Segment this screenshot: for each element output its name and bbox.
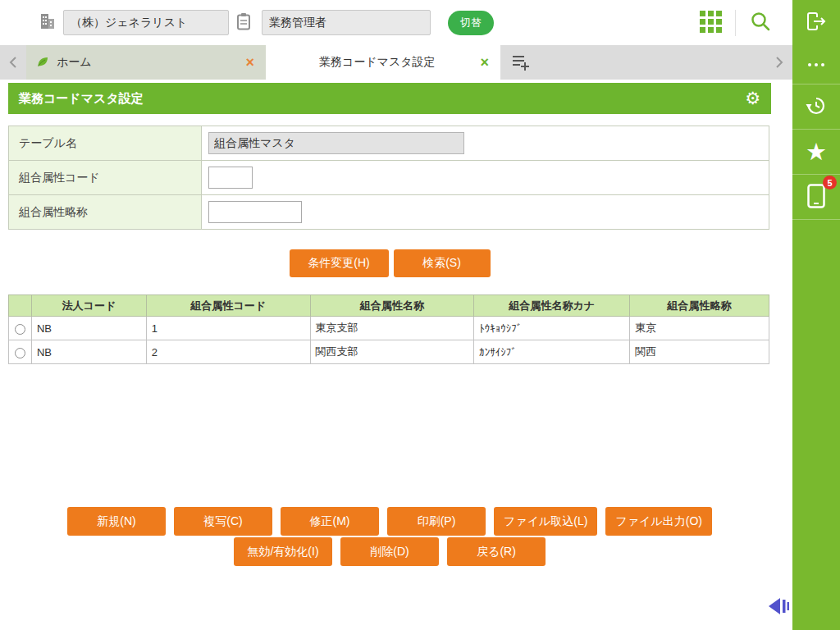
row-select-radio[interactable] [15,348,25,358]
column-header-corp-code: 法人コード [31,295,146,317]
tab-active-close-icon[interactable]: × [478,55,491,70]
logout-button[interactable] [792,0,840,45]
delete-button[interactable]: 削除(D) [340,537,439,566]
notification-badge: 5 [823,176,837,189]
action-row-2: 無効/有効化(I) 削除(D) 戻る(R) [8,537,771,566]
tab-home-close-icon[interactable]: × [244,55,256,70]
header-left-group: 切替 [0,10,688,35]
role-input[interactable] [262,10,431,35]
page-title-bar: 業務コードマスタ設定 ⚙ [8,83,771,114]
cell-corp-code: NB [31,317,146,340]
top-header: 切替 [0,0,840,45]
cell-attr-code: 2 [146,340,310,364]
sidebar-more-button[interactable] [792,45,840,84]
column-header-attr-name: 組合属性名称 [310,295,474,317]
result-header-row: 法人コード 組合属性コード 組合属性名称 組合属性名称カナ 組合属性略称 [9,295,769,317]
tab-bar: ホーム × 業務コードマスタ設定 × [0,45,792,80]
tab-active-label: 業務コードマスタ設定 [276,55,478,70]
table-row: NB 1 東京支部 ﾄｳｷｮｳｼﾌﾞ 東京 [9,317,769,340]
switch-button[interactable]: 切替 [448,11,494,35]
logout-icon [805,11,828,34]
change-condition-button[interactable]: 条件変更(H) [290,249,389,277]
global-search-button[interactable] [738,0,783,45]
tabbar-spacer [541,45,766,80]
cell-attr-code: 1 [146,317,310,340]
column-header-attr-kana: 組合属性名称カナ [474,295,630,317]
toggle-enable-button[interactable]: 無効/有効化(I) [234,537,332,566]
result-table: 法人コード 組合属性コード 組合属性名称 組合属性名称カナ 組合属性略称 NB … [8,294,769,364]
cell-attr-abbr: 関西 [630,340,769,364]
cell-attr-abbr: 東京 [630,317,769,340]
form-row-attribute-abbr: 組合属性略称 [9,195,769,230]
table-name-input[interactable] [208,132,464,154]
grid-icon [700,11,722,35]
sidebar-favorites-button[interactable]: ★ [792,130,840,175]
attribute-abbr-input[interactable] [208,201,302,223]
copy-button[interactable]: 複写(C) [174,507,272,536]
ellipsis-icon [808,63,824,66]
form-row-attribute-code: 組合属性コード [9,161,769,195]
clipboard-icon [236,12,251,33]
file-export-button[interactable]: ファイル出力(O) [605,507,712,536]
action-button-area: 新規(N) 複写(C) 修正(M) 印刷(P) ファイル取込(L) ファイル出力… [8,507,771,566]
cell-attr-kana: ｶﾝｻｲｼﾌﾞ [474,340,630,364]
collapse-left-arrow-icon[interactable] [766,596,791,616]
page-title: 業務コードマスタ設定 [19,91,144,107]
column-header-attr-abbr: 組合属性略称 [630,295,769,317]
print-button[interactable]: 印刷(P) [387,507,486,536]
tab-home[interactable]: ホーム × [26,45,266,80]
select-column-header [9,295,32,317]
cell-attr-name: 東京支部 [310,317,474,340]
form-row-table-name: テーブル名 [9,126,769,161]
back-button[interactable]: 戻る(R) [447,537,546,566]
file-import-button[interactable]: ファイル取込(L) [494,507,597,536]
chevron-left-icon [7,55,19,70]
table-name-label: テーブル名 [9,126,202,161]
tab-scroll-left-button[interactable] [0,45,26,80]
search-button[interactable]: 検索(S) [394,249,491,277]
gear-icon[interactable]: ⚙ [745,89,760,108]
main-content: 業務コードマスタ設定 ⚙ テーブル名 組合属性コード 組合属性略称 条件変更(H… [8,80,771,568]
attribute-code-label: 組合属性コード [9,161,202,195]
sidebar-devices-button[interactable]: 5 [792,175,840,220]
sidebar-history-button[interactable] [792,84,840,130]
add-tab-icon [511,53,531,71]
search-condition-form: テーブル名 組合属性コード 組合属性略称 [8,126,769,230]
tab-business-code-master[interactable]: 業務コードマスタ設定 × [266,45,500,80]
row-select-radio[interactable] [15,324,25,335]
right-sidebar: ★ 5 [792,45,840,630]
new-button[interactable]: 新規(N) [67,507,166,536]
attribute-code-input[interactable] [208,167,253,189]
building-icon [39,12,56,33]
history-clock-icon [805,94,828,120]
tab-home-label: ホーム [57,55,236,70]
edit-button[interactable]: 修正(M) [281,507,379,536]
cell-attr-kana: ﾄｳｷｮｳｼﾌﾞ [474,317,630,340]
search-button-row: 条件変更(H) 検索(S) [8,249,771,277]
chevron-right-icon [774,55,785,70]
table-row: NB 2 関西支部 ｶﾝｻｲｼﾌﾞ 関西 [9,340,769,364]
search-icon [750,11,771,34]
action-row-1: 新規(N) 複写(C) 修正(M) 印刷(P) ファイル取込(L) ファイル出力… [8,507,771,536]
header-divider [735,10,736,36]
app-grid-button[interactable] [688,0,733,45]
cell-corp-code: NB [31,340,146,364]
cell-attr-name: 関西支部 [310,340,474,364]
tab-scroll-right-button[interactable] [766,45,792,80]
tablet-icon [807,184,825,211]
column-header-attr-code: 組合属性コード [146,295,310,317]
attribute-abbr-label: 組合属性略称 [9,195,202,230]
star-icon: ★ [806,140,827,164]
company-input[interactable] [63,10,229,35]
leaf-icon [36,55,49,71]
add-tab-button[interactable] [500,45,541,80]
